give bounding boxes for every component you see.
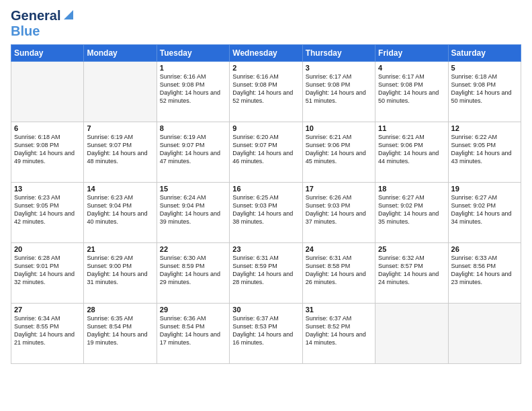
day-info: Sunrise: 6:28 AM Sunset: 9:01 PM Dayligh… xyxy=(14,254,81,287)
day-info: Sunrise: 6:32 AM Sunset: 8:57 PM Dayligh… xyxy=(378,254,445,287)
day-number: 25 xyxy=(378,245,445,253)
calendar-cell: 22Sunrise: 6:30 AM Sunset: 8:59 PM Dayli… xyxy=(157,243,229,304)
calendar-cell: 8Sunrise: 6:19 AM Sunset: 9:07 PM Daylig… xyxy=(157,122,229,183)
day-info: Sunrise: 6:23 AM Sunset: 9:04 PM Dayligh… xyxy=(87,193,153,226)
calendar-cell: 28Sunrise: 6:35 AM Sunset: 8:54 PM Dayli… xyxy=(84,304,157,364)
day-info: Sunrise: 6:27 AM Sunset: 9:02 PM Dayligh… xyxy=(451,193,518,226)
day-number: 8 xyxy=(160,124,226,132)
day-info: Sunrise: 6:26 AM Sunset: 9:03 PM Dayligh… xyxy=(306,193,372,226)
day-info: Sunrise: 6:30 AM Sunset: 8:59 PM Dayligh… xyxy=(160,254,226,287)
day-number: 22 xyxy=(160,245,226,253)
day-number: 16 xyxy=(232,185,299,193)
calendar-cell: 25Sunrise: 6:32 AM Sunset: 8:57 PM Dayli… xyxy=(375,243,448,304)
calendar-cell: 16Sunrise: 6:25 AM Sunset: 9:03 PM Dayli… xyxy=(230,183,302,243)
calendar-cell: 3Sunrise: 6:17 AM Sunset: 9:08 PM Daylig… xyxy=(302,62,375,122)
day-info: Sunrise: 6:16 AM Sunset: 9:08 PM Dayligh… xyxy=(160,73,226,105)
day-info: Sunrise: 6:16 AM Sunset: 9:08 PM Dayligh… xyxy=(232,73,299,105)
day-number: 18 xyxy=(378,185,445,193)
logo-blue: Blue xyxy=(11,24,40,38)
weekday-header: Thursday xyxy=(302,45,375,62)
day-number: 24 xyxy=(306,245,372,253)
day-number: 4 xyxy=(378,64,445,72)
day-number: 14 xyxy=(87,185,153,193)
calendar-cell: 24Sunrise: 6:31 AM Sunset: 8:58 PM Dayli… xyxy=(302,243,375,304)
weekday-header: Sunday xyxy=(11,45,84,62)
day-info: Sunrise: 6:20 AM Sunset: 9:07 PM Dayligh… xyxy=(232,133,299,166)
calendar-cell: 21Sunrise: 6:29 AM Sunset: 9:00 PM Dayli… xyxy=(84,243,157,304)
day-number: 12 xyxy=(451,124,518,132)
calendar-table: SundayMondayTuesdayWednesdayThursdayFrid… xyxy=(11,44,521,364)
day-number: 9 xyxy=(232,124,299,132)
day-number: 7 xyxy=(87,124,153,132)
weekday-header: Tuesday xyxy=(157,45,229,62)
day-info: Sunrise: 6:24 AM Sunset: 9:04 PM Dayligh… xyxy=(160,193,226,226)
calendar-cell: 31Sunrise: 6:37 AM Sunset: 8:52 PM Dayli… xyxy=(302,304,375,364)
day-info: Sunrise: 6:33 AM Sunset: 8:56 PM Dayligh… xyxy=(451,254,518,287)
weekday-header: Monday xyxy=(84,45,157,62)
weekday-header: Wednesday xyxy=(230,45,302,62)
day-number: 3 xyxy=(306,64,372,72)
calendar-cell xyxy=(448,304,521,364)
calendar-cell: 7Sunrise: 6:19 AM Sunset: 9:07 PM Daylig… xyxy=(84,122,157,183)
day-number: 19 xyxy=(451,185,518,193)
calendar-cell: 23Sunrise: 6:31 AM Sunset: 8:59 PM Dayli… xyxy=(230,243,302,304)
calendar-cell: 20Sunrise: 6:28 AM Sunset: 9:01 PM Dayli… xyxy=(11,243,84,304)
svg-marker-0 xyxy=(64,10,73,19)
day-info: Sunrise: 6:19 AM Sunset: 9:07 PM Dayligh… xyxy=(87,133,153,166)
day-number: 5 xyxy=(451,64,518,72)
calendar-cell: 14Sunrise: 6:23 AM Sunset: 9:04 PM Dayli… xyxy=(84,183,157,243)
day-number: 21 xyxy=(87,245,153,253)
calendar-cell: 13Sunrise: 6:23 AM Sunset: 9:05 PM Dayli… xyxy=(11,183,84,243)
day-number: 2 xyxy=(232,64,299,72)
calendar-cell: 27Sunrise: 6:34 AM Sunset: 8:55 PM Dayli… xyxy=(11,304,84,364)
day-number: 31 xyxy=(306,306,372,314)
calendar-cell: 19Sunrise: 6:27 AM Sunset: 9:02 PM Dayli… xyxy=(448,183,521,243)
day-info: Sunrise: 6:17 AM Sunset: 9:08 PM Dayligh… xyxy=(378,73,445,105)
day-number: 1 xyxy=(160,64,226,72)
day-info: Sunrise: 6:31 AM Sunset: 8:59 PM Dayligh… xyxy=(232,254,299,287)
calendar-cell xyxy=(84,62,157,122)
calendar-cell: 17Sunrise: 6:26 AM Sunset: 9:03 PM Dayli… xyxy=(302,183,375,243)
weekday-header: Saturday xyxy=(448,45,521,62)
calendar-cell: 18Sunrise: 6:27 AM Sunset: 9:02 PM Dayli… xyxy=(375,183,448,243)
day-number: 23 xyxy=(232,245,299,253)
calendar-cell: 5Sunrise: 6:18 AM Sunset: 9:08 PM Daylig… xyxy=(448,62,521,122)
day-number: 20 xyxy=(14,245,81,253)
day-info: Sunrise: 6:19 AM Sunset: 9:07 PM Dayligh… xyxy=(160,133,226,166)
header: General Blue xyxy=(11,8,521,39)
calendar-cell: 12Sunrise: 6:22 AM Sunset: 9:05 PM Dayli… xyxy=(448,122,521,183)
calendar-cell: 4Sunrise: 6:17 AM Sunset: 9:08 PM Daylig… xyxy=(375,62,448,122)
page: General Blue SundayMondayTuesdayWednesda… xyxy=(0,0,532,411)
day-info: Sunrise: 6:27 AM Sunset: 9:02 PM Dayligh… xyxy=(378,193,445,226)
day-number: 27 xyxy=(14,306,81,314)
day-info: Sunrise: 6:29 AM Sunset: 9:00 PM Dayligh… xyxy=(87,254,153,287)
calendar-cell xyxy=(11,62,84,122)
day-number: 10 xyxy=(306,124,372,132)
calendar-cell: 9Sunrise: 6:20 AM Sunset: 9:07 PM Daylig… xyxy=(230,122,302,183)
day-info: Sunrise: 6:35 AM Sunset: 8:54 PM Dayligh… xyxy=(87,314,153,347)
logo-triangle-icon xyxy=(61,7,76,22)
day-info: Sunrise: 6:22 AM Sunset: 9:05 PM Dayligh… xyxy=(451,133,518,166)
calendar-cell xyxy=(375,304,448,364)
calendar-cell: 2Sunrise: 6:16 AM Sunset: 9:08 PM Daylig… xyxy=(230,62,302,122)
calendar-cell: 29Sunrise: 6:36 AM Sunset: 8:54 PM Dayli… xyxy=(157,304,229,364)
calendar-cell: 26Sunrise: 6:33 AM Sunset: 8:56 PM Dayli… xyxy=(448,243,521,304)
day-number: 11 xyxy=(378,124,445,132)
calendar-cell: 10Sunrise: 6:21 AM Sunset: 9:06 PM Dayli… xyxy=(302,122,375,183)
calendar-cell: 15Sunrise: 6:24 AM Sunset: 9:04 PM Dayli… xyxy=(157,183,229,243)
calendar-cell: 11Sunrise: 6:21 AM Sunset: 9:06 PM Dayli… xyxy=(375,122,448,183)
day-info: Sunrise: 6:37 AM Sunset: 8:52 PM Dayligh… xyxy=(306,314,372,347)
day-number: 28 xyxy=(87,306,153,314)
day-info: Sunrise: 6:36 AM Sunset: 8:54 PM Dayligh… xyxy=(160,314,226,347)
day-number: 30 xyxy=(232,306,299,314)
day-info: Sunrise: 6:34 AM Sunset: 8:55 PM Dayligh… xyxy=(14,314,81,347)
day-number: 6 xyxy=(14,124,81,132)
day-info: Sunrise: 6:37 AM Sunset: 8:53 PM Dayligh… xyxy=(232,314,299,347)
logo: General Blue xyxy=(11,8,76,39)
day-number: 29 xyxy=(160,306,226,314)
day-info: Sunrise: 6:21 AM Sunset: 9:06 PM Dayligh… xyxy=(306,133,372,166)
logo-general: General xyxy=(11,8,60,24)
day-info: Sunrise: 6:23 AM Sunset: 9:05 PM Dayligh… xyxy=(14,193,81,226)
day-info: Sunrise: 6:17 AM Sunset: 9:08 PM Dayligh… xyxy=(306,73,372,105)
weekday-header: Friday xyxy=(375,45,448,62)
